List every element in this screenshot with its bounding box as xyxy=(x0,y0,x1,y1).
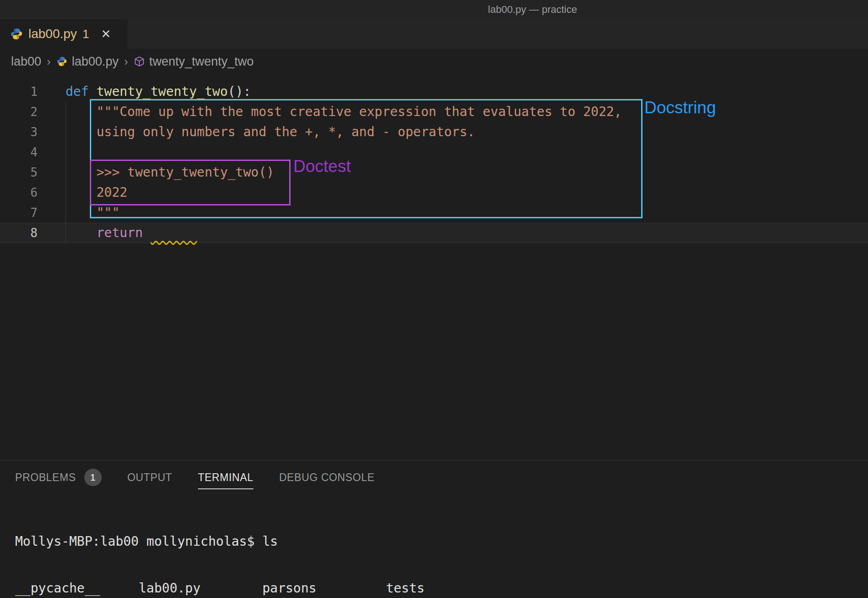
doctest-call: >>> twenty_twenty_two() xyxy=(96,165,274,180)
code-line[interactable]: 7 """ xyxy=(0,203,868,223)
line-number: 7 xyxy=(0,203,50,223)
line-number: 6 xyxy=(0,183,50,203)
terminal-line: Mollys-MBP:lab00 mollynicholas$ ls xyxy=(15,534,868,549)
terminal-line: __pycache__ lab00.py parsons tests xyxy=(15,581,868,596)
titlebar: lab00.py — practice xyxy=(0,0,868,19)
code-line[interactable]: 1 def twenty_twenty_two(): xyxy=(0,82,868,102)
chevron-right-icon: › xyxy=(46,55,52,69)
code-line[interactable]: 4 xyxy=(0,142,868,162)
vscode-window: lab00.py — practice lab00.py 1 ✕ lab00 ›… xyxy=(0,0,868,598)
python-icon xyxy=(10,28,23,40)
punctuation: (): xyxy=(228,84,251,99)
window-title: lab00.py — practice xyxy=(488,4,577,16)
python-icon xyxy=(56,56,67,67)
close-icon[interactable]: ✕ xyxy=(101,27,111,41)
code-line[interactable]: 5 >>> twenty_twenty_two() xyxy=(0,162,868,183)
tab-bar: lab00.py 1 ✕ xyxy=(0,19,868,49)
line-number: 1 xyxy=(0,82,50,102)
chevron-right-icon: › xyxy=(123,55,129,69)
doctest-result: 2022 xyxy=(96,185,127,200)
line-number: 4 xyxy=(0,142,50,162)
line-number: 5 xyxy=(0,162,50,183)
keyword-return: return xyxy=(96,225,143,240)
indent-guide xyxy=(66,102,66,243)
function-name: twenty_twenty_two xyxy=(96,84,228,99)
line-number: 8 xyxy=(0,223,50,243)
tab-terminal[interactable]: TERMINAL xyxy=(198,471,253,489)
docstring-text: using only numbers and the +, *, and - o… xyxy=(96,124,475,139)
docstring-close: """ xyxy=(96,205,120,220)
tab-label: lab00.py xyxy=(28,27,77,41)
docstring-text: """Come up with the most creative expres… xyxy=(96,104,621,119)
warning-squiggle xyxy=(151,225,197,240)
keyword-def: def xyxy=(66,84,96,99)
tab-problem-count: 1 xyxy=(82,27,89,41)
line-number: 3 xyxy=(0,122,50,142)
breadcrumb-folder[interactable]: lab00 xyxy=(11,55,41,69)
tab-debug-console[interactable]: DEBUG CONSOLE xyxy=(279,471,374,489)
code-editor[interactable]: 1 def twenty_twenty_two(): 2 """Come up … xyxy=(0,74,868,460)
doctest-annotation-label: Doctest xyxy=(293,157,351,176)
breadcrumb-symbol[interactable]: twenty_twenty_two xyxy=(149,55,254,69)
bottom-panel: PROBLEMS 1 OUTPUT TERMINAL DEBUG CONSOLE… xyxy=(0,460,868,598)
docstring-annotation-label: Docstring xyxy=(644,98,716,117)
symbol-cube-icon xyxy=(134,56,145,67)
breadcrumb-file[interactable]: lab00.py xyxy=(72,55,119,69)
code-line[interactable]: 3 using only numbers and the +, *, and -… xyxy=(0,122,868,142)
breadcrumb: lab00 › lab00.py › twenty_twenty_two xyxy=(0,49,868,74)
line-number: 2 xyxy=(0,102,50,122)
tab-problems[interactable]: PROBLEMS 1 xyxy=(15,469,102,492)
code-line[interactable]: 2 """Come up with the most creative expr… xyxy=(0,102,868,122)
terminal-output[interactable]: Mollys-MBP:lab00 mollynicholas$ ls __pyc… xyxy=(15,503,868,598)
tab-lab00py[interactable]: lab00.py 1 ✕ xyxy=(0,19,127,49)
code-line[interactable]: 6 2022 xyxy=(0,183,868,203)
problems-count-badge: 1 xyxy=(84,469,102,486)
code-line-current[interactable]: 8 return xyxy=(0,223,868,243)
tab-output[interactable]: OUTPUT xyxy=(127,471,172,489)
panel-tab-bar: PROBLEMS 1 OUTPUT TERMINAL DEBUG CONSOLE xyxy=(0,460,868,492)
